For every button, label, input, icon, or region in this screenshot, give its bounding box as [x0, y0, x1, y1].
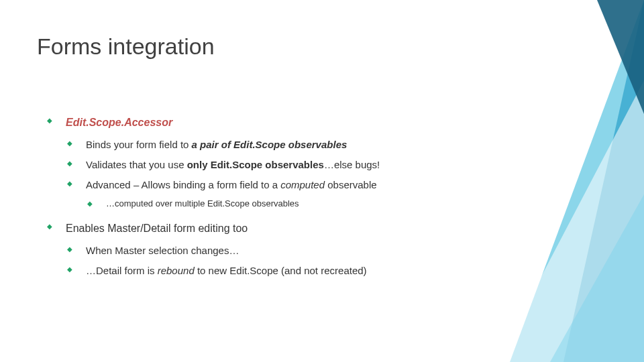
text-editscope-accessor: Edit.Scope.Accessor: [66, 117, 172, 128]
bullet-l1-master-detail: Enables Master/Detail form editing too: [47, 220, 496, 237]
text-ital: rebound: [158, 265, 195, 276]
slide: Forms integration Edit.Scope.Accessor Bi…: [0, 0, 644, 362]
bullet-l3-computed: …computed over multiple Edit.Scope obser…: [87, 197, 496, 211]
slide-title: Forms integration: [37, 34, 215, 60]
text: Enables Master/Detail form editing too: [66, 223, 248, 234]
text: Advanced – Allows binding a form field t…: [86, 179, 280, 190]
text: to new Edit.Scope (and not recreated): [195, 265, 367, 276]
text: …computed over multiple Edit.Scope obser…: [106, 198, 299, 208]
text: observable: [325, 179, 377, 190]
text: …Detail form is: [86, 265, 158, 276]
bullet-l2-master-changes: When Master selection changes…: [67, 243, 496, 259]
triangle-decoration-icon: [470, 0, 644, 362]
bullet-l2-binds: Binds your form field to a pair of Edit.…: [67, 137, 496, 153]
text-emph: a pair of Edit.Scope observables: [192, 139, 347, 150]
text: When Master selection changes…: [86, 245, 239, 256]
bullet-l2-detail-rebound: …Detail form is rebound to new Edit.Scop…: [67, 263, 496, 279]
slide-body: Edit.Scope.Accessor Binds your form fiel…: [47, 114, 496, 283]
text: Validates that you use: [86, 159, 187, 170]
text-ital: computed: [280, 179, 325, 190]
text: Binds your form field to: [86, 139, 192, 150]
bullet-l2-advanced: Advanced – Allows binding a form field t…: [67, 177, 496, 193]
bullet-l1-editscope-accessor: Edit.Scope.Accessor: [47, 114, 496, 131]
text: …else bugs!: [324, 159, 380, 170]
text-bold: only Edit.Scope observables: [187, 159, 324, 170]
bullet-l2-validates: Validates that you use only Edit.Scope o…: [67, 157, 496, 173]
